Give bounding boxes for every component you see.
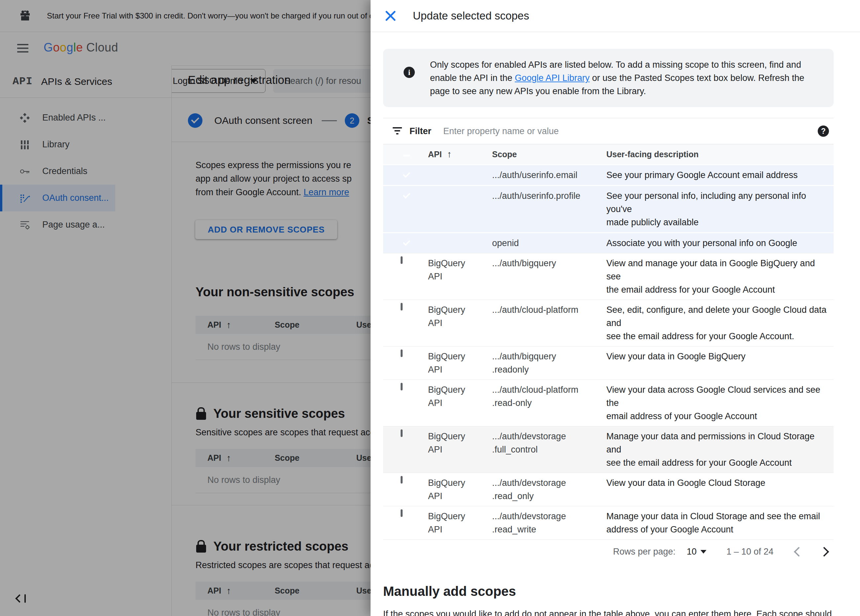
scope-row-checkbox[interactable] [400,476,403,484]
google-api-library-link[interactable]: Google API Library [515,73,590,83]
scope-row-checkbox[interactable] [400,256,403,264]
scope-table-row[interactable]: BigQuery API.../auth/devstorage .full_co… [383,426,833,473]
scope-row-checkbox[interactable] [400,383,403,390]
scope-value: .../auth/cloud-platform .read-only [492,380,606,426]
info-icon: i [403,67,415,78]
scope-table-row[interactable]: BigQuery API.../auth/cloud-platform .rea… [383,380,833,426]
scope-table-row[interactable]: BigQuery API.../auth/devstorage .read_on… [383,473,833,506]
scope-description: See your primary Google Account email ad… [606,165,833,185]
scope-value: .../auth/cloud-platform [492,300,606,346]
scope-table-row[interactable]: BigQuery API.../auth/cloud-platformSee, … [383,300,833,346]
close-icon[interactable] [384,10,396,22]
info-text: Only scopes for enabled APIs are listed … [430,58,820,98]
next-page-icon[interactable] [819,547,829,556]
scope-api: BigQuery API [428,506,492,539]
sort-ascending-icon: ↑ [447,149,452,160]
scope-row-checkbox[interactable] [400,349,403,357]
scope-value: .../auth/devstorage .read_only [492,473,606,506]
scope-value: .../auth/devstorage .full_control [492,426,606,473]
scopes-table: API↑ Scope User-facing description .../a… [383,145,833,539]
panel-title: Update selected scopes [413,9,529,22]
update-scopes-panel: Update selected scopes i Only scopes for… [370,0,860,616]
scope-row-checkbox[interactable] [400,429,403,437]
scope-description: View your data across Google Cloud servi… [606,380,833,426]
scope-value: openid [492,233,606,253]
scope-description: Associate you with your personal info on… [606,233,833,253]
filter-label: Filter [410,126,431,137]
help-icon[interactable]: ? [818,126,829,137]
previous-page-icon[interactable] [794,547,804,556]
rows-per-page-label: Rows per page: [613,547,675,557]
scope-description: See your personal info, including any pe… [606,186,833,232]
rows-per-page-select[interactable]: 10 [687,547,706,557]
pagination-range: 1 – 10 of 24 [726,547,774,557]
scope-description: Manage your data and permissions in Clou… [606,426,833,473]
filter-bar: Filter ? [383,118,833,145]
scope-value: .../auth/devstorage .read_write [492,506,606,539]
scopes-table-header: API↑ Scope User-facing description [383,145,833,164]
scope-api [428,233,492,253]
scope-api [428,186,492,232]
column-header-description: User-facing description [606,149,833,159]
scope-description: View your data in Google Cloud Storage [606,473,833,506]
scope-table-row[interactable]: .../auth/userinfo.emailSee your primary … [383,164,833,185]
scope-row-checkbox[interactable] [400,303,403,311]
scope-api [428,165,492,185]
scope-table-row[interactable]: .../auth/userinfo.profileSee your person… [383,185,833,232]
scope-table-row[interactable]: BigQuery API.../auth/devstorage .read_wr… [383,506,833,539]
scope-api: BigQuery API [428,426,492,473]
scope-row-checkbox[interactable] [400,509,403,517]
column-header-api[interactable]: API↑ [428,149,492,160]
scope-description: View and manage your data in Google BigQ… [606,253,833,300]
scope-table-row[interactable]: BigQuery API.../auth/bigquery .readonlyV… [383,346,833,380]
scope-value: .../auth/bigquery [492,253,606,300]
manually-add-scopes-description: If the scopes you would like to add do n… [383,607,833,616]
filter-input[interactable] [443,126,818,137]
panel-header: Update selected scopes [370,0,860,32]
scope-api: BigQuery API [428,380,492,426]
scope-table-row[interactable]: openidAssociate you with your personal i… [383,232,833,253]
scope-value: .../auth/bigquery .readonly [492,346,606,380]
chevron-down-icon [700,550,706,553]
column-header-scope: Scope [492,149,606,159]
pagination-bar: Rows per page: 10 1 – 10 of 24 [383,539,833,564]
scope-api: BigQuery API [428,473,492,506]
scope-description: Manage your data in Cloud Storage and se… [606,506,833,539]
scope-table-row[interactable]: BigQuery API.../auth/bigqueryView and ma… [383,253,833,300]
scope-api: BigQuery API [428,300,492,346]
info-banner: i Only scopes for enabled APIs are liste… [383,49,833,107]
scope-description: See, edit, configure, and delete your Go… [606,300,833,346]
scope-value: .../auth/userinfo.email [492,165,606,185]
scope-api: BigQuery API [428,253,492,300]
manually-add-scopes-heading: Manually add scopes [383,584,833,599]
scope-api: BigQuery API [428,346,492,380]
scope-value: .../auth/userinfo.profile [492,186,606,232]
filter-icon [392,127,402,135]
scope-description: View your data in Google BigQuery [606,346,833,380]
